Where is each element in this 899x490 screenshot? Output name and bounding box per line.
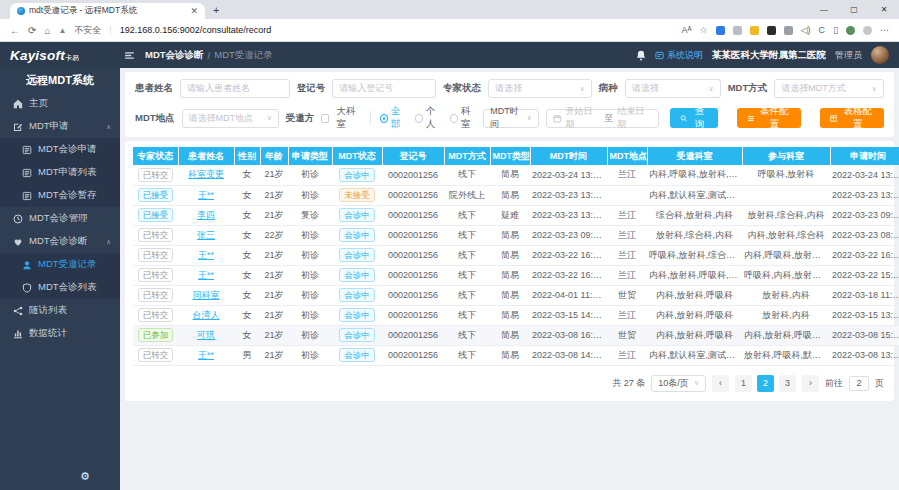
sidebar-item-mdt-consult-list[interactable]: MDT会诊列表 [0, 276, 120, 299]
cell-apply_time: 2022-03-23 09:35:39 [830, 205, 899, 225]
extension-icon[interactable] [784, 26, 793, 35]
sidebar-item-label: MDT会诊申请 [38, 143, 97, 156]
browser-tab[interactable]: mdt受邀记录 - 远程MDT系统 ✕ [10, 3, 205, 19]
table-row[interactable]: 已接受王**女21岁初诊未接受0002001256院外线上简易2022-03-2… [133, 185, 899, 205]
table-row[interactable]: 已转交同科室女21岁初诊会诊中0002001256线下简易2022-04-01 … [133, 285, 899, 305]
chevron-down-icon: ∨ [694, 379, 699, 387]
table-row[interactable]: 已转交王**男21岁初诊会诊中0002001256线下简易2022-03-08 … [133, 345, 899, 365]
goto-page-input[interactable] [849, 376, 869, 391]
security-label[interactable]: 不安全 [74, 24, 101, 37]
patient-name-link[interactable]: 同科室 [193, 290, 220, 300]
table-row[interactable]: 已参加可琪女21岁初诊会诊中0002001256线下简易2022-03-08 1… [133, 325, 899, 345]
patient-name-link[interactable]: 王** [198, 190, 214, 200]
page-size-select[interactable]: 10条/页∨ [651, 375, 706, 392]
patient-name-link[interactable]: 张三 [197, 230, 215, 240]
invitee-radio-科室[interactable]: 科室 [450, 105, 476, 131]
extension-icon[interactable] [846, 26, 855, 35]
new-tab-button[interactable]: + [213, 4, 219, 16]
patient-name-cell: 王** [178, 185, 234, 205]
clock-icon [13, 214, 23, 224]
patient-name-input[interactable]: 请输入患者姓名 [180, 79, 290, 98]
prev-page-button[interactable]: ‹ [712, 375, 729, 392]
mdt-location-select[interactable]: 请选择MDT地点∨ [182, 109, 279, 128]
table-row[interactable]: 已转交台湾人女21岁初诊会诊中0002001256线下简易2022-03-15 … [133, 305, 899, 325]
font-size-icon[interactable]: Aᴬ [681, 25, 691, 35]
window-minimize-icon[interactable]: — [809, 0, 839, 19]
chevron-down-icon: ∨ [872, 85, 877, 93]
sidebar-item-mdt-apply[interactable]: MDT申请∧ [0, 115, 120, 138]
big-dept-checkbox[interactable] [321, 114, 329, 123]
table-row[interactable]: 已转交王**女21岁初诊会诊中0002001256线下简易2022-03-22 … [133, 245, 899, 265]
system-help-link[interactable]: 系统说明 [655, 49, 703, 62]
split-screen-icon[interactable]: ▯ [833, 25, 838, 35]
mdt-mode-placeholder: 请选择MDT方式 [781, 82, 846, 95]
cell-apply_time: 2022-03-23 08:49:53 [830, 225, 899, 245]
big-dept-checkbox-label[interactable]: 大科室 [336, 105, 361, 131]
back-icon[interactable]: ← [10, 25, 20, 36]
address-url[interactable]: 192.168.0.156:9002/consultate/record [120, 25, 272, 35]
table-config-button[interactable]: 表格配置 [820, 108, 884, 128]
patient-name-link[interactable]: 可琪 [197, 330, 215, 340]
expert-status-select[interactable]: 请选择∨ [488, 79, 592, 98]
extension-icon[interactable] [733, 26, 742, 35]
window-close-icon[interactable]: ✕ [869, 0, 899, 19]
tab-close-icon[interactable]: ✕ [190, 6, 198, 16]
patient-name-link[interactable]: 王** [198, 250, 214, 260]
table-row[interactable]: 已转交科室变更女21岁初诊会诊中0002001256线下简易2022-03-24… [133, 165, 899, 185]
register-no-input[interactable]: 请输入登记号 [332, 79, 436, 98]
patient-name-link[interactable]: 李四 [197, 210, 215, 220]
sidebar-item-label: 数据统计 [29, 327, 67, 340]
status-badge: 已转交 [138, 228, 174, 243]
sidebar-item-home[interactable]: 主页 [0, 92, 120, 115]
profile-icon[interactable] [863, 26, 872, 35]
sync-icon[interactable]: C [819, 25, 826, 35]
date-range-picker[interactable]: 开始日期 至 结束日期 [546, 109, 659, 128]
sidebar-collapse-icon[interactable] [124, 50, 135, 61]
extension-icon[interactable] [750, 26, 759, 35]
search-button[interactable]: 查询 [670, 108, 718, 128]
sidebar-item-mdt-consult-diagnose[interactable]: MDT会诊诊断∧ [0, 230, 120, 253]
table-row[interactable]: 已接受李四女21岁复诊会诊中0002001256线下疑难2022-03-23 1… [133, 205, 899, 225]
sidebar-item-mdt-consult-draft[interactable]: MDT会诊暂存 [0, 184, 120, 207]
date-start-placeholder: 开始日期 [566, 105, 601, 131]
table-row[interactable]: 已转交王**女21岁初诊会诊中0002001256线下简易2022-03-22 … [133, 265, 899, 285]
user-avatar[interactable] [871, 46, 889, 64]
page-button-1[interactable]: 1 [735, 375, 752, 392]
cell-reg_no: 0002001256 [382, 225, 444, 245]
favorite-star-icon[interactable]: ☆ [700, 25, 708, 35]
next-page-button[interactable]: › [802, 375, 819, 392]
browser-menu-icon[interactable]: ⋯ [880, 25, 889, 35]
invitee-radio-个人[interactable]: 个人 [415, 105, 441, 131]
sidebar-item-mdt-apply-list[interactable]: MDT申请列表 [0, 161, 120, 184]
extension-icon[interactable] [767, 26, 776, 35]
sidebar-item-mdt-invited-records[interactable]: MDT受邀记录 [0, 253, 120, 276]
refresh-icon[interactable]: ⟳ [28, 25, 36, 36]
status-cell: 已转交 [133, 165, 178, 185]
disease-select[interactable]: 请选择∨ [625, 79, 721, 98]
cell-mdt_type: 简易 [490, 325, 530, 345]
sidebar-item-mdt-consult-apply[interactable]: MDT会诊申请 [0, 138, 120, 161]
invitee-radio-全部[interactable]: 全部 [380, 105, 406, 131]
settings-gear-icon[interactable]: ⚙ [80, 470, 90, 483]
column-header: MDT方式 [444, 147, 490, 165]
page-button-3[interactable]: 3 [779, 375, 796, 392]
media-icon[interactable]: ◁) [801, 25, 811, 35]
user-icon [22, 260, 32, 270]
patient-name-link[interactable]: 王** [198, 270, 214, 280]
notification-bell-icon[interactable] [636, 50, 646, 61]
patient-name-link[interactable]: 科室变更 [188, 169, 224, 179]
home-icon[interactable]: ⌂ [44, 25, 50, 36]
page-button-2[interactable]: 2 [757, 375, 774, 392]
patient-name-link[interactable]: 台湾人 [193, 310, 220, 320]
extension-icon[interactable] [716, 26, 725, 35]
table-row[interactable]: 已转交张三女22岁初诊会诊中0002001256线下简易2022-03-23 0… [133, 225, 899, 245]
time-type-select[interactable]: MDT时间∨ [483, 109, 539, 128]
window-maximize-icon[interactable]: ▢ [839, 0, 869, 19]
mdt-mode-select[interactable]: 请选择MDT方式∨ [774, 79, 884, 98]
breadcrumb-parent[interactable]: MDT会诊诊断 [145, 49, 204, 62]
patient-name-link[interactable]: 王** [198, 350, 214, 360]
condition-config-button[interactable]: 条件配置 [737, 108, 801, 128]
sidebar-item-followup-list[interactable]: 随访列表 [0, 299, 120, 322]
sidebar-item-data-statistics[interactable]: 数据统计 [0, 322, 120, 345]
sidebar-item-mdt-consult-manage[interactable]: MDT会诊管理 [0, 207, 120, 230]
